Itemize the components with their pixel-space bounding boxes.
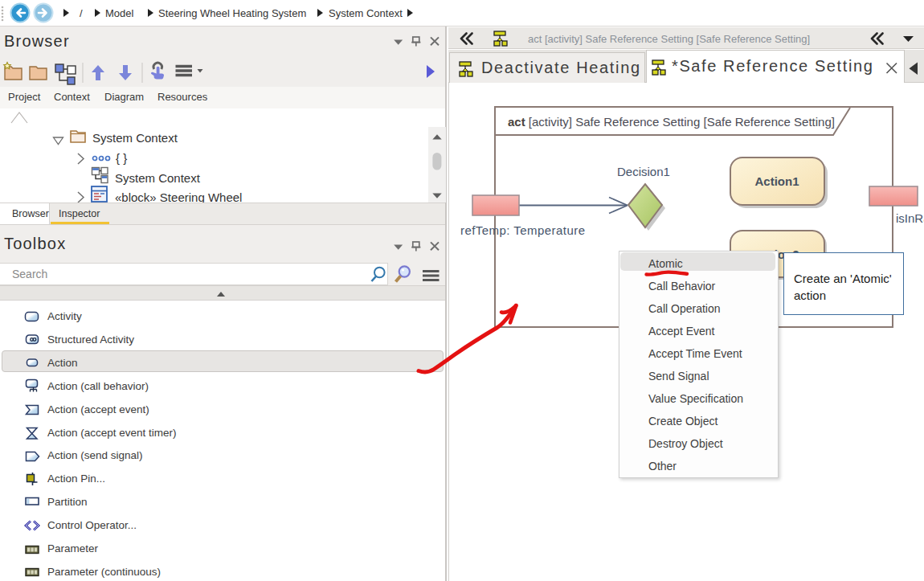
svg-text:Action1: Action1 (754, 174, 799, 188)
